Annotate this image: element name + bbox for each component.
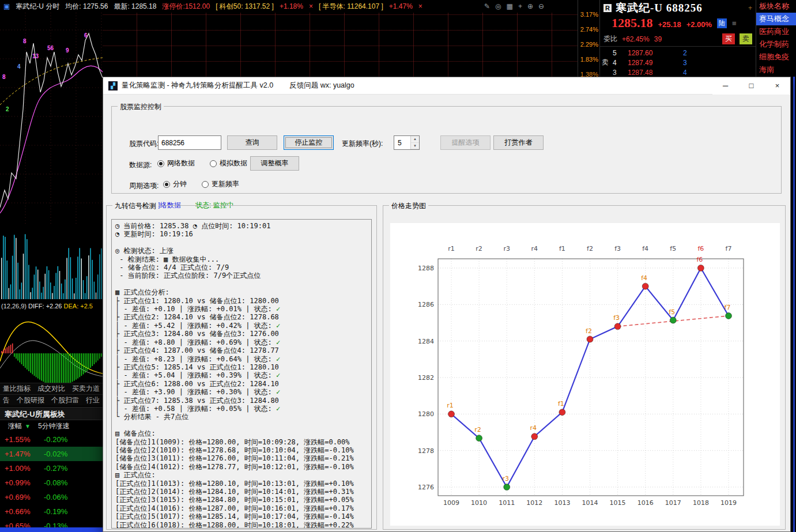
svg-text:1288: 1288 bbox=[418, 265, 434, 272]
sector-change-row[interactable]: +0.69%-0.06% bbox=[0, 490, 103, 504]
signal-log-line: │ - 差值: +8.23 | 涨跌幅: +0.64% | 状态: ✓ bbox=[115, 355, 368, 363]
remind-options-button[interactable]: 提醒选项 bbox=[440, 135, 491, 150]
column-header-speed[interactable]: 5分钟涨速 bbox=[38, 421, 70, 431]
change-value: +0.99% bbox=[0, 476, 44, 490]
top-bar-text: 均价: 1275.56 bbox=[65, 2, 108, 12]
sector-change-row[interactable]: +1.00%-0.27% bbox=[0, 461, 103, 476]
toolbar-icon[interactable]: ⊖ bbox=[538, 2, 544, 10]
tab-item[interactable]: 行业 bbox=[86, 395, 100, 405]
sector-list-item[interactable]: 化学制药 bbox=[756, 38, 796, 51]
radio-option-source[interactable]: 网络数据 bbox=[157, 159, 195, 168]
column-header-change[interactable]: 涨幅 bbox=[8, 421, 22, 431]
stock-code-input[interactable] bbox=[158, 135, 221, 150]
app-window: ▞ 量化策略监测 - 神奇九转策略分析提醒工具 v2.0 反馈问题 wx: yu… bbox=[103, 77, 791, 532]
stop-monitor-button[interactable]: 停止监控 bbox=[284, 135, 334, 150]
ask-row[interactable]: 51287.602 bbox=[610, 48, 756, 58]
price-trend-chart: 1276127812801282128412861288100910101011… bbox=[390, 223, 780, 526]
radio-option-period[interactable]: 更新频率 bbox=[202, 179, 239, 189]
svg-text:r2: r2 bbox=[476, 245, 482, 252]
nine-turn-digit: 13 bbox=[32, 53, 39, 59]
pin-icon[interactable]: + bbox=[748, 4, 752, 12]
radio-unchecked-icon[interactable] bbox=[202, 181, 209, 188]
tab-item[interactable]: 告 bbox=[3, 395, 10, 405]
check-icon: ✓ bbox=[276, 355, 280, 363]
tab-item[interactable]: 成交对比 bbox=[37, 384, 65, 394]
weicha-value: 39 bbox=[654, 35, 662, 43]
spinner-up-icon[interactable]: ▲ bbox=[411, 136, 419, 143]
radio-option-source[interactable]: 模拟数据 bbox=[210, 159, 247, 168]
sector-list-item[interactable]: 医药商业 bbox=[756, 25, 796, 38]
speed-value: -0.27% bbox=[44, 461, 96, 476]
radio-label: 更新频率 bbox=[212, 179, 239, 189]
sector-change-row[interactable]: +1.55%-0.20% bbox=[0, 432, 103, 447]
sector-change-row[interactable]: +0.99%-0.08% bbox=[0, 476, 103, 490]
radio-unchecked-icon[interactable] bbox=[210, 160, 217, 167]
toolbar-icon[interactable]: ✎ bbox=[484, 2, 490, 10]
signal-log-textarea[interactable]: ◷ 当前价格: 1285.38 ◔ 点位时间: 10:19:01◔ 更新时间: … bbox=[111, 219, 372, 529]
menu-icon[interactable]: ≡ bbox=[732, 19, 737, 28]
sector-change-row[interactable]: +0.66%-0.19% bbox=[0, 504, 103, 519]
close-button[interactable]: × bbox=[764, 77, 790, 95]
svg-text:1280: 1280 bbox=[418, 410, 434, 418]
radio-checked-icon[interactable] bbox=[163, 181, 170, 188]
signal-log-line: │ - 差值: +8.80 | 涨跌幅: +0.69% | 状态: ✓ bbox=[115, 338, 368, 346]
price-trend-group: 价格走势图 1276127812801282128412861288100910… bbox=[383, 205, 786, 530]
top-bar-text: 最新: 1285.18 bbox=[114, 2, 156, 12]
maximize-button[interactable]: □ bbox=[738, 77, 764, 95]
nine-turn-digit: 8 bbox=[2, 74, 6, 80]
svg-text:1278: 1278 bbox=[418, 447, 434, 455]
tab-item[interactable]: 个股研报 bbox=[17, 395, 44, 405]
ask-level: 4 bbox=[610, 59, 628, 67]
svg-text:f7: f7 bbox=[725, 304, 731, 311]
tab-item[interactable]: 量比指标 bbox=[3, 384, 31, 394]
tab-item[interactable]: 个股扫雷 bbox=[51, 395, 79, 405]
toolbar-icon[interactable]: ▦ bbox=[507, 2, 513, 10]
ask-row[interactable]: 41287.493 bbox=[610, 58, 756, 67]
ask-queue: 51287.60241287.49331287.484 bbox=[610, 48, 756, 77]
minimize-button[interactable]: ─ bbox=[712, 77, 738, 95]
signal-log-line: ├ 正式点位4: 1287.00 vs 储备点位4: 1278.77 bbox=[115, 346, 368, 354]
spinner-down-icon[interactable]: ▼ bbox=[411, 143, 419, 150]
adjust-probability-button[interactable]: 调整概率 bbox=[250, 156, 299, 171]
close-icon[interactable]: × bbox=[418, 2, 422, 10]
svg-text:r3: r3 bbox=[503, 245, 510, 252]
check-icon: ✓ bbox=[276, 338, 280, 346]
signal-log-line: [储备点位]4(1012): 价格=1278.77, 时间=10:12:01, … bbox=[115, 463, 368, 471]
close-icon[interactable]: × bbox=[309, 2, 313, 10]
radio-option-period[interactable]: 分钟 bbox=[163, 179, 187, 189]
svg-text:r2: r2 bbox=[474, 426, 481, 433]
signal-log-line: [正式点位]1(1013): 价格=1280.10, 时间=10:13:01, … bbox=[115, 480, 368, 488]
group-title: 九转信号检测 bbox=[112, 201, 159, 211]
toolbar-icon[interactable]: ◎ bbox=[495, 2, 501, 10]
signal-log-line: ├ 正式点位5: 1285.14 vs 正式点位1: 1280.10 bbox=[115, 363, 368, 371]
data-source-radio-group: 网络数据模拟数据 bbox=[157, 159, 247, 168]
bottom-scrollbar[interactable] bbox=[0, 527, 103, 532]
tab-item[interactable]: 买卖力道 bbox=[72, 384, 100, 394]
right-edge-scrollbar[interactable] bbox=[791, 77, 796, 532]
sector-list-item[interactable]: 海南 bbox=[756, 63, 796, 76]
donate-button[interactable]: 打赏作者 bbox=[493, 135, 544, 150]
svg-text:f7: f7 bbox=[726, 245, 732, 252]
freq-spinner[interactable]: 5 ▲ ▼ bbox=[394, 135, 420, 150]
signal-log-line: ◔ 更新时间: 10:19:16 bbox=[115, 230, 368, 238]
radio-checked-icon[interactable] bbox=[157, 160, 164, 167]
svg-text:1019: 1019 bbox=[720, 499, 737, 507]
sector-change-row[interactable]: +1.47%-0.02% bbox=[0, 447, 103, 461]
sector-name-list: 板块名称 赛马概念医药商业化学制药细胞免疫海南 bbox=[756, 0, 796, 77]
toolbar-icon[interactable]: ⊕ bbox=[527, 2, 533, 10]
svg-text:1286: 1286 bbox=[418, 301, 434, 308]
buy-button[interactable]: 买 bbox=[722, 33, 735, 44]
price-change-pct: +2.00% bbox=[686, 20, 712, 29]
window-title-bar[interactable]: ▞ 量化策略监测 - 神奇九转策略分析提醒工具 v2.0 反馈问题 wx: yu… bbox=[103, 77, 790, 95]
signal-log-line: ├ 正式点位3: 1284.80 vs 储备点位3: 1276.00 bbox=[115, 330, 368, 338]
terminal-app-icon[interactable]: ▣ bbox=[3, 2, 10, 10]
sell-button[interactable]: 卖 bbox=[740, 33, 752, 44]
left-chart-strip: 8135696482 (12,26,9) DIFF: +2.26 DEA: +2… bbox=[0, 13, 103, 532]
toolbar-icon[interactable]: + bbox=[518, 2, 522, 10]
svg-text:r1: r1 bbox=[447, 402, 454, 409]
ask-row[interactable]: 31287.484 bbox=[610, 67, 756, 77]
sector-list-item[interactable]: 赛马概念 bbox=[756, 13, 796, 25]
svg-text:f6: f6 bbox=[696, 256, 703, 263]
query-button[interactable]: 查询 bbox=[227, 135, 277, 150]
sector-list-item[interactable]: 细胞免疫 bbox=[756, 51, 796, 63]
